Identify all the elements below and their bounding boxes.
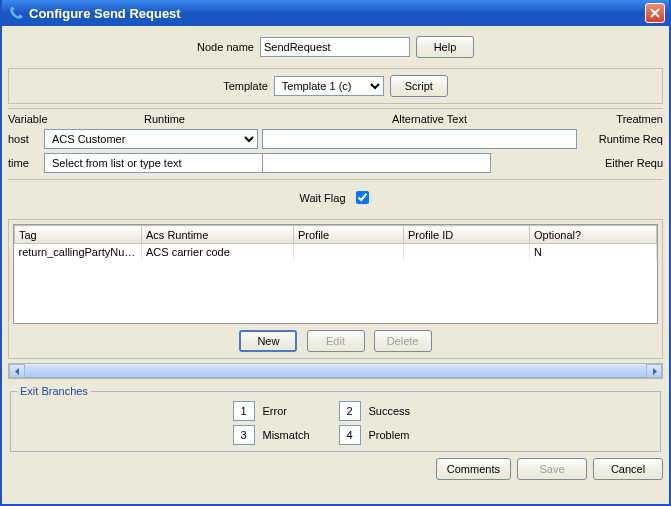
exit-branches-fieldset: Exit Branches 1 Error 2 Success 3 Mismat… — [10, 385, 661, 452]
new-button[interactable]: New — [239, 330, 297, 352]
cell-profile-id — [404, 244, 530, 261]
template-panel: Template Template 1 (c) Script — [8, 68, 663, 104]
footer-buttons: Comments Save Cancel — [8, 458, 663, 480]
exit-branches-legend: Exit Branches — [17, 385, 91, 397]
node-name-label: Node name — [197, 41, 254, 53]
col-treatment: Treatmen — [582, 113, 663, 125]
title-bar: Configure Send Request — [2, 0, 669, 26]
wait-flag-panel: Wait Flag — [8, 179, 663, 215]
col-variable: Variable — [8, 113, 44, 125]
comments-button[interactable]: Comments — [436, 458, 511, 480]
exit-branch-label: Error — [263, 405, 333, 417]
cell-acs-runtime: ACS carrier code — [142, 244, 294, 261]
var-treatment: Either Requ — [582, 157, 663, 169]
var-runtime-select[interactable]: ACS Customer — [44, 129, 258, 149]
col-profile[interactable]: Profile — [294, 226, 404, 244]
scroll-left-arrow-icon[interactable] — [9, 364, 25, 378]
close-button[interactable] — [645, 3, 665, 23]
tag-table: Tag Acs Runtime Profile Profile ID Optio… — [14, 225, 657, 260]
script-button[interactable]: Script — [390, 75, 448, 97]
variable-row: host ACS Customer Runtime Req — [8, 127, 663, 151]
col-optional[interactable]: Optional? — [530, 226, 657, 244]
edit-button[interactable]: Edit — [307, 330, 365, 352]
wait-flag-checkbox[interactable] — [356, 191, 369, 204]
var-treatment: Runtime Req — [582, 133, 663, 145]
exit-branch-num: 1 — [233, 401, 255, 421]
window-title: Configure Send Request — [29, 6, 645, 21]
var-alt-text-input[interactable] — [262, 153, 491, 173]
variable-header-row: Variable Runtime Alternative Text Treatm… — [8, 108, 663, 127]
var-name: time — [8, 157, 44, 169]
content-area: Node name Help Template Template 1 (c) S… — [2, 26, 669, 486]
table-row[interactable]: return_callingPartyNum... ACS carrier co… — [15, 244, 657, 261]
var-name: host — [8, 133, 44, 145]
exit-branch-num: 2 — [339, 401, 361, 421]
tag-table-header-row: Tag Acs Runtime Profile Profile ID Optio… — [15, 226, 657, 244]
cell-tag: return_callingPartyNum... — [15, 244, 142, 261]
col-profile-id[interactable]: Profile ID — [404, 226, 530, 244]
template-select[interactable]: Template 1 (c) — [274, 76, 384, 96]
scroll-track[interactable] — [25, 364, 646, 378]
scroll-right-arrow-icon[interactable] — [646, 364, 662, 378]
wait-flag-label: Wait Flag — [299, 192, 345, 204]
col-alt-text: Alternative Text — [262, 113, 582, 125]
horizontal-scrollbar[interactable] — [8, 363, 663, 379]
tag-table-buttons: New Edit Delete — [13, 324, 658, 354]
tag-table-wrap: Tag Acs Runtime Profile Profile ID Optio… — [13, 224, 658, 324]
variable-row: time Select from list or type text Eithe… — [8, 151, 663, 175]
exit-branch-label: Success — [369, 405, 439, 417]
tag-table-panel: Tag Acs Runtime Profile Profile ID Optio… — [8, 219, 663, 359]
template-label: Template — [223, 80, 268, 92]
cell-profile — [294, 244, 404, 261]
app-phone-icon — [8, 5, 24, 21]
node-name-row: Node name Help — [8, 30, 663, 64]
cell-optional: N — [530, 244, 657, 261]
delete-button[interactable]: Delete — [374, 330, 432, 352]
col-acs-runtime[interactable]: Acs Runtime — [142, 226, 294, 244]
exit-branch-num: 4 — [339, 425, 361, 445]
exit-branch-label: Mismatch — [263, 429, 333, 441]
help-button[interactable]: Help — [416, 36, 474, 58]
cancel-button[interactable]: Cancel — [593, 458, 663, 480]
exit-branch-label: Problem — [369, 429, 439, 441]
exit-branch-num: 3 — [233, 425, 255, 445]
exit-branches-grid: 1 Error 2 Success 3 Mismatch 4 Problem — [17, 401, 654, 445]
col-runtime: Runtime — [44, 113, 262, 125]
var-alt-text-input[interactable] — [262, 129, 577, 149]
node-name-input[interactable] — [260, 37, 410, 57]
col-tag[interactable]: Tag — [15, 226, 142, 244]
save-button[interactable]: Save — [517, 458, 587, 480]
